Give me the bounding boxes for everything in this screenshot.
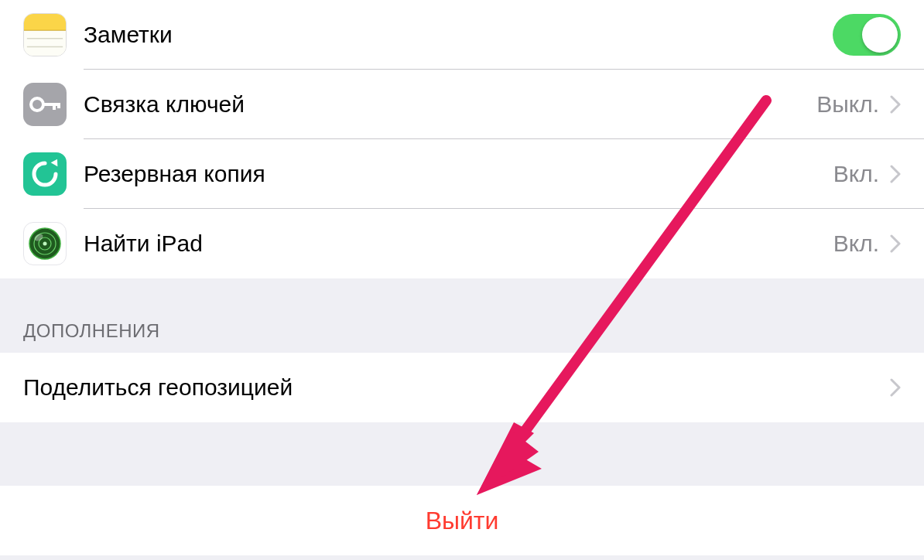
spacer [0, 422, 924, 486]
chevron-right-icon [890, 95, 901, 114]
section-header-extensions: ДОПОЛНЕНИЯ [0, 278, 924, 353]
find-ipad-icon [23, 222, 67, 265]
extensions-group: Поделиться геопозицией [0, 353, 924, 422]
keychain-icon [23, 83, 67, 126]
row-find-ipad[interactable]: Найти iPad Вкл. [0, 209, 924, 278]
svg-rect-0 [24, 14, 66, 30]
row-backup-value: Вкл. [833, 161, 879, 187]
row-find-value: Вкл. [833, 230, 879, 257]
switch-knob [862, 17, 898, 53]
svg-point-15 [43, 242, 47, 246]
icloud-settings-group: Заметки Связка ключей Выкл. [0, 0, 924, 278]
chevron-right-icon [890, 165, 901, 183]
signout-group: Выйти [0, 486, 924, 555]
svg-marker-9 [51, 159, 60, 166]
notes-toggle[interactable] [833, 14, 901, 56]
row-share-location-label: Поделиться геопозицией [23, 374, 293, 401]
row-backup[interactable]: Резервная копия Вкл. [0, 139, 924, 209]
row-notes: Заметки [0, 0, 924, 70]
svg-rect-1 [24, 30, 66, 56]
row-share-location[interactable]: Поделиться геопозицией [0, 353, 924, 422]
chevron-right-icon [890, 234, 901, 253]
row-keychain-label: Связка ключей [84, 91, 245, 118]
row-backup-label: Резервная копия [84, 161, 265, 187]
row-keychain-value: Выкл. [816, 91, 879, 118]
backup-icon [23, 152, 67, 196]
svg-rect-6 [42, 103, 59, 106]
svg-rect-8 [57, 103, 60, 108]
notes-icon [23, 13, 67, 56]
signout-label: Выйти [23, 507, 901, 535]
row-notes-label: Заметки [84, 22, 173, 48]
chevron-right-icon [890, 378, 901, 397]
row-keychain[interactable]: Связка ключей Выкл. [0, 70, 924, 139]
signout-button[interactable]: Выйти [0, 486, 924, 555]
svg-point-5 [31, 98, 43, 111]
row-find-label: Найти iPad [84, 230, 203, 257]
svg-rect-7 [53, 103, 56, 110]
